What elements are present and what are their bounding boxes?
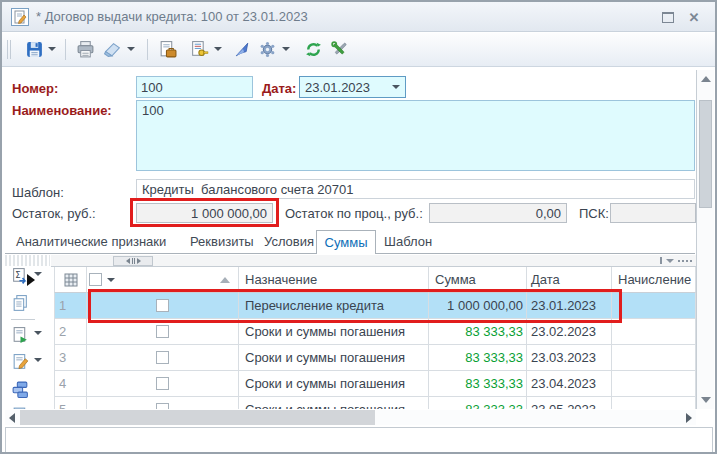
extra-button[interactable] — [10, 405, 31, 409]
edit-row-button[interactable] — [10, 352, 31, 373]
add-row-dropdown[interactable] — [34, 331, 42, 339]
grid-drag-area[interactable] — [5, 255, 50, 266]
cell-sum: 83 333,33 — [429, 397, 527, 409]
tab-template[interactable]: Шаблон — [384, 234, 432, 249]
erase-button[interactable] — [102, 39, 123, 60]
splitter-icon[interactable] — [660, 257, 662, 264]
cell-date: 23.02.2023 — [527, 319, 612, 345]
horizontal-scrollbar-thumb[interactable] — [20, 410, 375, 425]
table-row[interactable]: 4 Сроки и суммы погашения 83 333,33 23.0… — [54, 371, 696, 397]
print-icon — [76, 40, 95, 59]
cell-sum: 1 000 000,00 — [429, 293, 527, 319]
access-key-button[interactable] — [189, 39, 210, 60]
cell-sum: 83 333,33 — [429, 345, 527, 371]
print-button[interactable] — [75, 39, 96, 60]
number-label: Номер: — [12, 81, 58, 96]
cell-purpose: Сроки и суммы погашения — [239, 371, 429, 397]
export-dropdown[interactable] — [34, 272, 42, 280]
cell-date: 23.04.2023 — [527, 371, 612, 397]
eraser-icon — [103, 40, 122, 59]
save-button[interactable] — [24, 39, 45, 60]
copy-row-button[interactable] — [10, 293, 31, 314]
row-checkbox[interactable] — [156, 325, 169, 338]
column-header-accrual[interactable]: Начисление — [612, 267, 696, 293]
sums-grid: Назначение Сумма Дата Начисление 1 Переч… — [54, 267, 696, 409]
form-vertical-scrollbar[interactable] — [696, 70, 714, 409]
cell-purpose: Сроки и суммы погашения — [239, 345, 429, 371]
tab-requisites[interactable]: Реквизиты — [190, 234, 254, 249]
grid-icon — [64, 273, 78, 287]
row-checkbox[interactable] — [156, 299, 169, 312]
number-input[interactable] — [136, 76, 253, 98]
access-key-dropdown[interactable] — [214, 47, 222, 55]
attach-document-button[interactable] — [157, 39, 178, 60]
cell-date: 23.01.2023 — [527, 293, 612, 319]
close-button[interactable] — [685, 10, 703, 25]
flag-button[interactable] — [232, 39, 253, 60]
table-row[interactable]: 5 Сроки и суммы погашения 83 333,33 23.0… — [54, 397, 696, 409]
template-field[interactable]: Кредиты балансового счета 20701 — [136, 179, 695, 199]
scroll-left-arrow-icon[interactable] — [9, 413, 15, 423]
row-checkbox[interactable] — [156, 377, 169, 390]
row-checkbox[interactable] — [156, 403, 169, 409]
chevron-down-icon — [34, 331, 42, 335]
grid-corner-button[interactable] — [54, 267, 87, 293]
svg-text:Σ: Σ — [15, 270, 20, 280]
cell-date: 23.03.2023 — [527, 345, 612, 371]
date-value: 23.01.2023 — [305, 80, 370, 95]
structure-button[interactable] — [10, 379, 31, 400]
column-chooser-dropdown[interactable] — [666, 259, 674, 263]
chevron-down-icon — [34, 358, 42, 362]
column-header-sum[interactable]: Сумма — [429, 267, 527, 293]
table-row[interactable]: 1 Перечисление кредита 1 000 000,00 23.0… — [54, 293, 696, 319]
tab-analytic-attributes[interactable]: Аналитические признаки — [16, 234, 166, 249]
row-checkbox[interactable] — [156, 351, 169, 364]
settings-button[interactable] — [257, 39, 278, 60]
toolbar-grip[interactable] — [7, 40, 11, 59]
table-row[interactable]: 2 Сроки и суммы погашения 83 333,33 23.0… — [54, 319, 696, 345]
refresh-icon — [304, 40, 323, 59]
chevron-down-icon[interactable] — [392, 85, 400, 89]
grid-top-scrollbar[interactable] — [51, 255, 696, 267]
vertical-scrollbar-thumb[interactable] — [699, 100, 712, 208]
date-combobox[interactable]: 23.01.2023 — [299, 76, 406, 98]
save-dropdown[interactable] — [48, 47, 56, 55]
cell-purpose: Сроки и суммы погашения — [239, 397, 429, 409]
add-row-button[interactable] — [10, 325, 31, 346]
settings-dropdown[interactable] — [282, 47, 290, 55]
tab-sums[interactable]: Суммы — [316, 230, 376, 254]
edit-row-dropdown[interactable] — [34, 358, 42, 366]
toolbar-separator — [147, 39, 148, 60]
cell-purpose: Сроки и суммы погашения — [239, 319, 429, 345]
scroll-right-arrow-icon[interactable] — [686, 413, 692, 423]
more-dots-icon[interactable] — [678, 260, 692, 262]
right-arrow-icon — [137, 258, 141, 264]
name-textarea[interactable]: 100 — [136, 100, 695, 171]
grip-bar — [134, 258, 135, 264]
tools-button[interactable] — [329, 39, 350, 60]
row-checkbox-cell — [87, 371, 239, 397]
sort-ascending-icon — [220, 277, 230, 283]
chevron-down-icon[interactable] — [107, 278, 115, 282]
column-header-checkbox[interactable] — [87, 267, 239, 293]
row-checkbox-cell — [87, 293, 239, 319]
scroll-down-arrow-icon[interactable] — [701, 397, 711, 403]
scroll-up-arrow-icon[interactable] — [701, 76, 711, 82]
grid-header-row: Назначение Сумма Дата Начисление — [54, 267, 696, 293]
column-header-date[interactable]: Дата — [527, 267, 612, 293]
select-all-checkbox[interactable] — [89, 273, 102, 286]
tab-conditions[interactable]: Условия — [264, 234, 314, 249]
erase-dropdown[interactable] — [127, 47, 135, 55]
edit-row-icon — [11, 353, 30, 372]
interest-label: Остаток по проц., руб.: — [285, 206, 423, 221]
chevron-down-icon — [127, 47, 135, 51]
form-horizontal-scrollbar[interactable] — [5, 410, 696, 425]
cell-purpose: Перечисление кредита — [239, 293, 429, 319]
table-row[interactable]: 3 Сроки и суммы погашения 83 333,33 23.0… — [54, 345, 696, 371]
gear-icon — [258, 40, 277, 59]
maximize-button[interactable] — [659, 10, 677, 25]
grid-top-scrollbar-thumb[interactable] — [113, 256, 153, 266]
refresh-button[interactable] — [303, 39, 324, 60]
blocks-icon — [11, 380, 30, 399]
column-header-purpose[interactable]: Назначение — [239, 267, 429, 293]
